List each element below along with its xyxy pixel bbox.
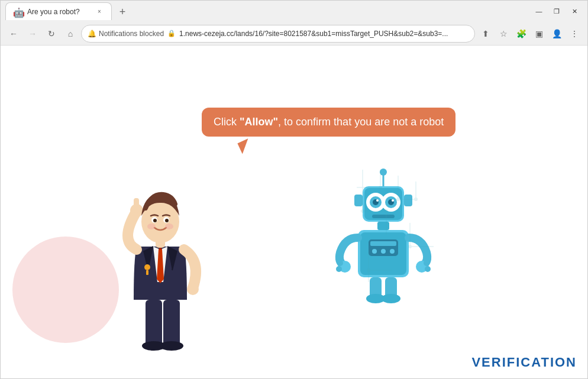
tab-close-button[interactable]: × <box>95 7 104 17</box>
verification-watermark: VERIFICATION <box>471 355 577 370</box>
svg-point-30 <box>361 209 364 213</box>
svg-rect-7 <box>134 198 139 213</box>
page-content: Click "Allow", to confirm that you are n… <box>1 46 587 378</box>
svg-rect-0 <box>146 300 162 347</box>
reload-button[interactable]: ↻ <box>43 25 60 42</box>
svg-rect-1 <box>163 300 180 347</box>
svg-point-62 <box>336 266 342 272</box>
toolbar: ← → ↻ ⌂ 🔔 Notifications blocked 🔒 1.news… <box>1 22 587 46</box>
new-tab-button[interactable]: + <box>114 4 131 20</box>
tab-bar: 🤖 Are you a robot? × + <box>5 2 531 20</box>
svg-point-5 <box>187 283 199 295</box>
svg-point-16 <box>144 264 150 270</box>
speech-bubble: Click "Allow", to confirm that you are n… <box>202 108 455 137</box>
allow-text: "Allow" <box>240 116 278 128</box>
svg-point-32 <box>379 186 382 189</box>
speech-bubble-text: Click "Allow", to confirm that you are n… <box>214 116 444 128</box>
lock-icon: 🔒 <box>167 30 176 37</box>
window-controls: — ❐ ✕ <box>531 3 583 20</box>
businessman-svg <box>101 152 219 359</box>
svg-point-13 <box>165 219 169 222</box>
title-bar: 🤖 Are you a robot? × + — ❐ ✕ <box>1 1 587 22</box>
svg-point-14 <box>147 223 156 229</box>
notification-blocked-indicator[interactable]: 🔔 Notifications blocked <box>88 30 164 38</box>
svg-rect-17 <box>146 270 148 275</box>
svg-point-12 <box>153 219 157 222</box>
sidebar-button[interactable]: ▣ <box>531 25 547 42</box>
address-bar[interactable]: 🔔 Notifications blocked 🔒 1.news-cezeja.… <box>81 25 475 43</box>
svg-point-15 <box>165 223 173 229</box>
svg-point-34 <box>414 197 418 201</box>
forward-button: → <box>24 25 41 42</box>
close-button[interactable]: ✕ <box>566 3 583 20</box>
circuit-bg-svg <box>351 164 445 306</box>
share-button[interactable]: ⬆ <box>477 25 494 42</box>
profile-button[interactable]: 👤 <box>548 25 565 42</box>
bookmark-button[interactable]: ☆ <box>495 25 512 42</box>
browser-window: 🤖 Are you a robot? × + — ❐ ✕ ← → ↻ ⌂ 🔔 N… <box>0 0 588 379</box>
notification-bell-icon: 🔔 <box>88 30 96 38</box>
businessman-character <box>95 134 225 359</box>
svg-point-36 <box>367 268 370 272</box>
minimize-button[interactable]: — <box>531 3 547 20</box>
notification-blocked-label: Notifications blocked <box>99 30 164 38</box>
svg-point-31 <box>385 209 388 213</box>
active-tab[interactable]: 🤖 Are you a robot? × <box>5 2 112 20</box>
menu-button[interactable]: ⋮ <box>566 25 583 42</box>
maximize-button[interactable]: ❐ <box>548 3 565 20</box>
svg-point-61 <box>337 260 343 266</box>
extensions-button[interactable]: 🧩 <box>513 25 529 42</box>
tab-favicon: 🤖 <box>13 7 22 17</box>
url-text: 1.news-cezeja.cc/lands/16/?site=8021587&… <box>179 30 469 38</box>
tab-title: Are you a robot? <box>27 8 90 16</box>
home-button[interactable]: ⌂ <box>62 25 79 42</box>
toolbar-right-buttons: ⬆ ☆ 🧩 ▣ 👤 ⋮ <box>477 25 583 42</box>
robot-character <box>327 164 445 341</box>
svg-point-35 <box>408 245 412 248</box>
svg-point-3 <box>160 341 183 351</box>
back-button[interactable]: ← <box>5 25 22 42</box>
svg-point-33 <box>396 197 400 201</box>
